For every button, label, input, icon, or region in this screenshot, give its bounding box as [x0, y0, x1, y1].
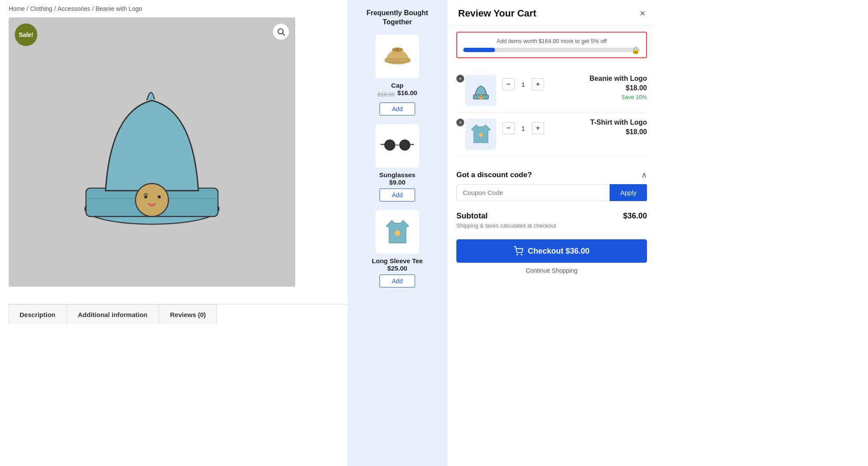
checkout-button[interactable]: Checkout $36.00 — [456, 239, 647, 263]
cart-item-tshirt-remove-button[interactable]: × — [456, 119, 464, 126]
subtotal-note: Shipping & taxes calculated at checkout — [456, 222, 647, 229]
fbt-sunglasses-add-button[interactable]: Add — [380, 188, 416, 202]
sale-badge: Sale! — [15, 23, 37, 46]
cart-progress-section: Add items worth $164.00 more to get 5% o… — [456, 32, 647, 58]
fbt-sunglasses-price: $9.00 — [389, 178, 406, 186]
svg-point-11 — [396, 48, 399, 51]
fbt-title: Frequently Bought Together — [354, 9, 440, 27]
cart-item-tshirt: × − 1 + T-Shirt with Logo $18 — [456, 112, 647, 156]
coupon-input[interactable] — [456, 184, 610, 201]
cart-item-beanie-right: Beanie with Logo $18.00 Save 10% — [590, 75, 647, 100]
cart-item-tshirt-name: T-Shirt with Logo — [590, 119, 647, 126]
cart-close-button[interactable]: × — [640, 8, 645, 19]
svg-point-7 — [158, 195, 161, 198]
fbt-longsleeve-name: Long Sleeve Tee — [372, 257, 422, 264]
fbt-sunglasses-name: Sunglasses — [379, 171, 415, 178]
svg-point-25 — [517, 254, 518, 255]
svg-point-18 — [395, 230, 400, 236]
cart-item-beanie-quantity: 1 — [519, 81, 528, 88]
discount-toggle-icon: ∧ — [641, 170, 647, 180]
svg-point-20 — [479, 95, 483, 99]
continue-shopping-link[interactable]: Continue Shopping — [456, 263, 647, 274]
svg-point-26 — [521, 254, 522, 255]
subtotal-amount: $36.00 — [623, 212, 647, 221]
image-zoom-button[interactable] — [273, 23, 289, 40]
svg-point-15 — [399, 140, 410, 150]
cart-item-beanie-qty: − 1 + — [502, 78, 584, 90]
fbt-item-sunglasses: Sunglasses $9.00 Add — [354, 124, 440, 202]
fbt-longsleeve-price: $25.00 — [387, 264, 407, 272]
cart-item-beanie-remove-button[interactable]: × — [456, 75, 464, 83]
cart-progress-bar: 🔒 — [463, 48, 640, 52]
subtotal-label: Subtotal — [456, 212, 488, 221]
cart-item-beanie-decrease-button[interactable]: − — [502, 78, 515, 90]
cart-item-tshirt-right: T-Shirt with Logo $18.00 — [590, 119, 647, 136]
cart-item-tshirt-details: − 1 + — [502, 119, 584, 134]
cart-header: Review Your Cart × — [448, 0, 656, 26]
breadcrumb-home[interactable]: Home — [9, 5, 25, 12]
cart-item-beanie: × − 1 + — [456, 69, 647, 112]
svg-point-6 — [144, 195, 147, 198]
coupon-row: Apply — [456, 184, 647, 201]
checkout-label: Checkout $36.00 — [528, 247, 589, 256]
cart-item-beanie-increase-button[interactable]: + — [532, 78, 544, 90]
cart-item-tshirt-image — [465, 119, 496, 150]
cart-item-beanie-image — [465, 75, 496, 106]
cart-progress-text: Add items worth $164.00 more to get 5% o… — [463, 38, 640, 44]
discount-label: Got a discount code? — [456, 171, 532, 179]
breadcrumb-clothing[interactable]: Clothing — [30, 5, 52, 12]
cart-item-beanie-save: Save 10% — [621, 94, 647, 100]
fbt-item-sunglasses-image — [376, 124, 419, 168]
cart-item-tshirt-price: $18.00 — [626, 128, 647, 136]
cart-item-beanie-price: $18.00 — [626, 84, 647, 92]
product-image-container — [9, 17, 295, 287]
fbt-cap-name: Cap — [391, 82, 403, 89]
apply-coupon-button[interactable]: Apply — [610, 184, 647, 201]
cart-panel: Review Your Cart × Add items worth $164.… — [447, 0, 656, 466]
cart-item-tshirt-increase-button[interactable]: + — [532, 122, 544, 134]
fbt-item-longsleeve-image — [376, 210, 419, 254]
fbt-cap-add-button[interactable]: Add — [380, 102, 416, 116]
tab-additional-information[interactable]: Additional information — [67, 304, 158, 324]
checkout-section: Checkout $36.00 Continue Shopping — [448, 233, 656, 280]
subtotal-row: Subtotal $36.00 — [456, 212, 647, 221]
breadcrumb: Home / Clothing / Accessories / Beanie w… — [0, 0, 347, 17]
lock-icon: 🔒 — [631, 46, 640, 54]
tab-description[interactable]: Description — [9, 304, 66, 324]
frequently-bought-together: Frequently Bought Together Cap $18.00 $1… — [347, 0, 447, 466]
cart-item-tshirt-qty: − 1 + — [502, 122, 584, 134]
cart-progress-fill — [463, 48, 495, 52]
svg-rect-10 — [385, 59, 410, 62]
fbt-cap-price: $16.00 — [397, 89, 417, 96]
subtotal-section: Subtotal $36.00 Shipping & taxes calcula… — [448, 207, 656, 233]
cart-title: Review Your Cart — [458, 8, 536, 19]
svg-point-14 — [385, 140, 395, 150]
breadcrumb-accessories[interactable]: Accessories — [58, 5, 90, 12]
fbt-item-longsleeve: Long Sleeve Tee $25.00 Add — [354, 210, 440, 288]
cart-item-tshirt-quantity: 1 — [519, 125, 528, 132]
cart-item-beanie-name: Beanie with Logo — [590, 75, 647, 83]
breadcrumb-current: Beanie with Logo — [96, 5, 142, 12]
product-tabs: Description Additional information Revie… — [9, 304, 347, 324]
fbt-item-cap: Cap $18.00 $16.00 Add — [354, 35, 440, 116]
fbt-longsleeve-add-button[interactable]: Add — [380, 274, 416, 288]
fbt-cap-price-old: $18.00 — [377, 91, 395, 98]
cart-item-beanie-details: − 1 + — [502, 75, 584, 90]
product-image-section: Sale! — [9, 17, 339, 287]
svg-point-24 — [479, 133, 483, 137]
fbt-item-cap-image — [376, 35, 419, 78]
svg-point-5 — [135, 183, 168, 216]
discount-header[interactable]: Got a discount code? ∧ — [456, 165, 647, 184]
svg-point-21 — [479, 96, 480, 97]
cart-items-list: × − 1 + — [448, 64, 656, 161]
discount-section: Got a discount code? ∧ Apply — [448, 161, 656, 207]
tab-reviews[interactable]: Reviews (0) — [159, 304, 217, 324]
svg-line-1 — [283, 33, 285, 36]
svg-point-22 — [481, 96, 482, 97]
cart-item-tshirt-decrease-button[interactable]: − — [502, 122, 515, 134]
